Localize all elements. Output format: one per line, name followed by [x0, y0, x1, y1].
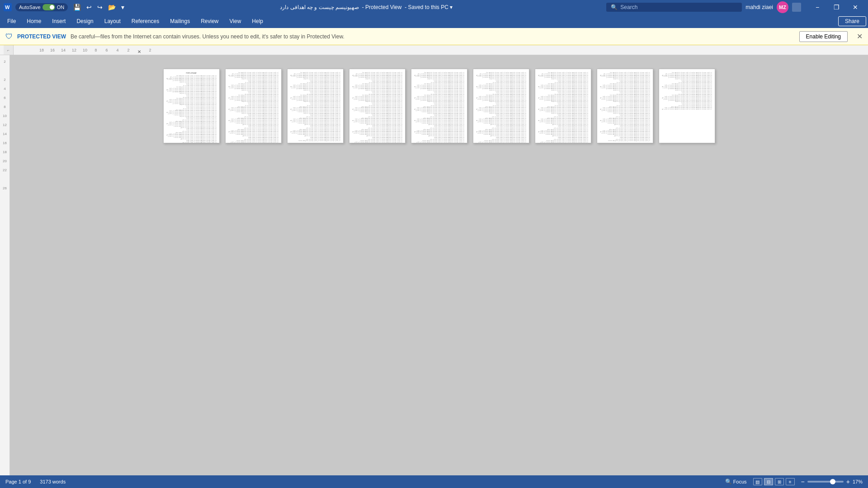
- word-count: 3173 words: [40, 479, 66, 484]
- zoom-level: 17%: [853, 479, 863, 484]
- svg-text:W: W: [5, 5, 10, 10]
- dropdown-arrow[interactable]: ▾: [450, 4, 453, 10]
- menu-home[interactable]: Home: [21, 16, 47, 27]
- save-button[interactable]: 💾: [71, 3, 83, 12]
- open-button[interactable]: 📂: [106, 3, 118, 12]
- page-thumb[interactable]: این یک متن نمونه برای نمایش صفحه سند است…: [287, 69, 344, 143]
- horizontal-ruler: ⌐ 18 16 14 12 10 8 6 4 2 ✕ 2: [0, 45, 868, 55]
- view-icons: ▤ ⊟ ⊞ ≡: [753, 478, 795, 485]
- page-thumb[interactable]: این یک متن نمونه برای نمایش صفحه سند است…: [535, 69, 591, 143]
- menu-review[interactable]: Review: [195, 16, 224, 27]
- menu-help[interactable]: Help: [246, 16, 269, 27]
- minimize-button[interactable]: −: [808, 1, 826, 14]
- zoom-slider-thumb: [830, 479, 835, 484]
- ruler-corner[interactable]: ⌐: [4, 45, 14, 55]
- protected-view-banner: 🛡 PROTECTED VIEW Be careful—files from t…: [0, 28, 868, 45]
- svg-rect-2: [792, 3, 801, 12]
- autosave-knob[interactable]: [42, 4, 55, 10]
- page-thumb[interactable]: این یک متن نمونه برای نمایش صفحه سند است…: [225, 69, 282, 143]
- menu-file[interactable]: File: [2, 16, 21, 27]
- page-content: این یک متن نمونه برای نمایش صفحه سند است…: [228, 72, 278, 143]
- menu-design[interactable]: Design: [71, 16, 99, 27]
- search-icon: 🔍: [611, 4, 618, 10]
- banner-close-button[interactable]: ✕: [857, 32, 863, 41]
- page-thumb[interactable]: این یک متن نمونه برای نمایش صفحه سند است…: [659, 69, 715, 143]
- app-logo: W: [4, 3, 12, 11]
- autosave-toggle[interactable]: AutoSave ON: [15, 3, 68, 11]
- window-controls: − ❐ ✕: [808, 1, 864, 14]
- protected-view-label: PROTECTED VIEW: [17, 33, 66, 40]
- username: mahdi ziaei: [745, 4, 773, 10]
- menu-insert[interactable]: Insert: [47, 16, 71, 27]
- avatar[interactable]: MZ: [777, 1, 788, 13]
- customize-qat-button[interactable]: ▾: [119, 3, 126, 12]
- zoom-out-button[interactable]: −: [801, 478, 805, 485]
- page-content: این یک متن نمونه برای نمایش صفحه سند است…: [476, 72, 526, 143]
- title-bar: W AutoSave ON 💾 ↩ ↪ 📂 ▾ صهیونیسم چیست و …: [0, 0, 868, 14]
- pages-row: صهیونیسم چیستاین یک متن نمونه برای نمایش…: [163, 69, 715, 143]
- search-box[interactable]: 🔍: [606, 3, 742, 12]
- status-bar: Page 1 of 9 3173 words 🔍 Focus ▤ ⊟ ⊞ ≡ −…: [0, 475, 868, 488]
- menu-layout[interactable]: Layout: [99, 16, 126, 27]
- page-content: این یک متن نمونه برای نمایش صفحه سند است…: [290, 72, 340, 141]
- page-thumb[interactable]: این یک متن نمونه برای نمایش صفحه سند است…: [349, 69, 406, 143]
- close-button[interactable]: ✕: [846, 1, 864, 14]
- ruler-marks: 18 16 14 12 10 8 6 4 2 ✕ 2: [36, 48, 156, 52]
- profile-icon: [792, 3, 801, 12]
- page-content: این یک متن نمونه برای نمایش صفحه سند است…: [538, 72, 588, 143]
- document-title: صهیونیسم چیست و چه اهدافی دارد - Protect…: [130, 4, 603, 10]
- document-canvas: صهیونیسم چیستاین یک متن نمونه برای نمایش…: [10, 55, 868, 475]
- page-content: این یک متن نمونه برای نمایش صفحه سند است…: [662, 72, 712, 110]
- word-icon: W: [4, 3, 12, 11]
- vertical-ruler: 2 2 4 6 8 10 12 14 16 18 20 22 26: [0, 55, 10, 475]
- page-content: این یک متن نمونه برای نمایش صفحه سند است…: [600, 72, 650, 141]
- menu-mailings[interactable]: Mailings: [165, 16, 195, 27]
- zoom-in-button[interactable]: +: [846, 478, 850, 485]
- page-content: این یک متن نمونه برای نمایش صفحه سند است…: [352, 72, 402, 143]
- search-input[interactable]: [620, 4, 720, 10]
- redo-button[interactable]: ↪: [95, 3, 104, 12]
- page-thumb[interactable]: این یک متن نمونه برای نمایش صفحه سند است…: [597, 69, 653, 143]
- page-content: این یک متن نمونه برای نمایش صفحه سند است…: [414, 72, 464, 143]
- shield-icon: 🛡: [5, 33, 13, 41]
- user-section: mahdi ziaei MZ: [745, 1, 801, 13]
- page-info: Page 1 of 9: [5, 479, 31, 484]
- page-thumb[interactable]: صهیونیسم چیستاین یک متن نمونه برای نمایش…: [163, 69, 220, 143]
- page-thumb[interactable]: این یک متن نمونه برای نمایش صفحه سند است…: [411, 69, 467, 143]
- zoom-slider[interactable]: [807, 481, 844, 483]
- main-area: 2 2 4 6 8 10 12 14 16 18 20 22 26 صهیونی…: [0, 55, 868, 475]
- undo-button[interactable]: ↩: [85, 3, 94, 12]
- outline-view[interactable]: ≡: [786, 478, 795, 485]
- status-right: 🔍 Focus ▤ ⊟ ⊞ ≡ − + 17%: [725, 478, 863, 485]
- web-layout-view[interactable]: ⊞: [775, 478, 784, 485]
- autosave-label: AutoSave: [19, 5, 41, 10]
- protected-view-message: Be careful—files from the Internet can c…: [71, 33, 795, 40]
- page-thumb[interactable]: این یک متن نمونه برای نمایش صفحه سند است…: [473, 69, 529, 143]
- read-mode-view[interactable]: ⊟: [764, 478, 773, 485]
- autosave-state: ON: [57, 5, 65, 10]
- enable-editing-button[interactable]: Enable Editing: [799, 31, 848, 42]
- page-content: این یک متن نمونه برای نمایش صفحه سند است…: [166, 75, 217, 143]
- focus-label[interactable]: 🔍 Focus: [725, 479, 747, 485]
- menu-references[interactable]: References: [126, 16, 165, 27]
- page-title-text: صهیونیسم چیست: [166, 72, 217, 74]
- restore-button[interactable]: ❐: [827, 1, 845, 14]
- menu-bar: File Home Insert Design Layout Reference…: [0, 14, 868, 28]
- menu-view[interactable]: View: [224, 16, 247, 27]
- print-layout-view[interactable]: ▤: [753, 478, 762, 485]
- zoom-controls: − + 17%: [801, 478, 863, 485]
- quick-access-toolbar: 💾 ↩ ↪ 📂 ▾: [71, 3, 126, 12]
- share-button[interactable]: Share: [838, 16, 866, 26]
